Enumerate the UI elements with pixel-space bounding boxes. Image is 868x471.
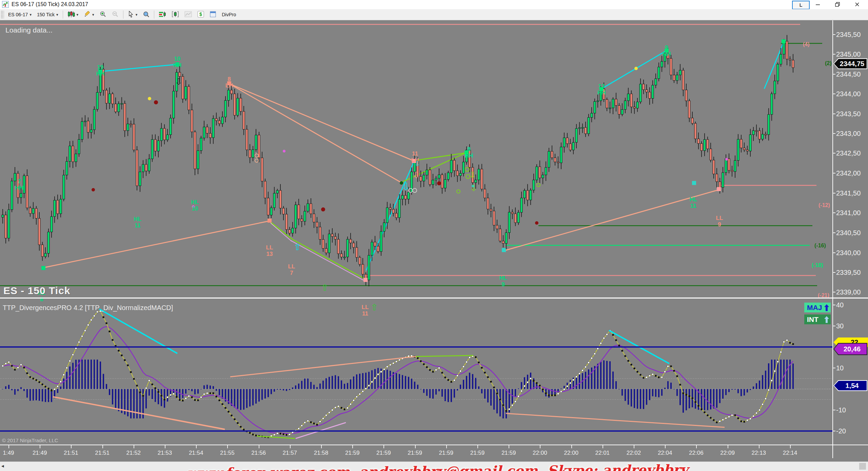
time-axis-label: 21:59	[376, 450, 391, 456]
data-box-icon[interactable]	[207, 10, 219, 19]
time-axis-label: 21:52	[126, 450, 141, 456]
chart-area[interactable]: 7 HHHL 819 HH10 HH8 LHHL 11HL 10LL 13LL …	[0, 20, 868, 471]
indicator-title: TTP_DivergencesPRO 4.2 [TTP_Div_Normaliz…	[3, 304, 173, 312]
time-tick	[102, 445, 103, 448]
time-tick	[728, 445, 728, 448]
time-axis-label: 22:00	[564, 450, 578, 456]
price-hlines	[0, 24, 822, 286]
price-axis-label: 2342,50	[836, 149, 861, 157]
price-chart-canvas[interactable]	[0, 20, 832, 300]
zoom-in-icon[interactable]	[97, 10, 109, 19]
data-box-icon	[210, 11, 216, 19]
chart-style-icon[interactable]: ▾	[65, 10, 81, 19]
axis-tick	[832, 272, 835, 273]
loading-status: Loading data...	[5, 26, 53, 34]
time-axis-label: 21:51	[64, 450, 78, 456]
time-tick	[509, 445, 509, 448]
time-axis-label: 22:04	[658, 450, 672, 456]
time-axis-label: 21:56	[251, 450, 266, 456]
badge-label: INT	[807, 315, 818, 324]
indicator-axis-label: -20	[836, 427, 846, 435]
time-axis-label: 22:13	[752, 450, 766, 456]
chevron-down-icon: ▾	[56, 13, 58, 17]
time-tick	[321, 445, 322, 448]
panel-divider[interactable]	[0, 298, 868, 299]
time-axis-label: 21:55	[220, 450, 235, 456]
zoom-out-icon[interactable]	[110, 10, 121, 19]
chevron-down-icon: ▾	[92, 13, 94, 17]
price-axis-label: 2344,50	[836, 70, 861, 78]
price-axis-label: 2339,00	[836, 288, 861, 296]
badge-label: MAJ	[807, 304, 822, 312]
last-price-tag-text: 2344,75	[834, 59, 867, 68]
zoom-in-icon	[100, 11, 106, 19]
restore-button[interactable]	[830, 0, 845, 9]
toolbar-grip[interactable]	[1, 11, 4, 19]
time-tick	[415, 445, 416, 448]
time-tick	[790, 445, 791, 448]
axis-tick	[832, 305, 835, 305]
axis-tick	[832, 34, 835, 35]
indicator-axis-label: -10	[836, 406, 846, 414]
chart-trader-icon[interactable]	[156, 10, 169, 19]
time-tick	[446, 445, 447, 448]
window-title: ES 06-17 (150 Tick) 24.03.2017	[12, 1, 88, 7]
time-axis-label: 22:14	[783, 450, 797, 456]
title-bar[interactable]: ES 06-17 (150 Tick) 24.03.2017 L	[0, 0, 868, 9]
axis-tick	[832, 368, 835, 368]
axis-tick	[832, 252, 835, 253]
toolbar: ES 06-17▾150 Tick▾▾▾▾$DivPro	[0, 9, 868, 20]
price-axis-label: 2345,00	[836, 50, 861, 58]
axis-tick	[832, 193, 835, 193]
intermediate-signal-badge: INT	[804, 314, 831, 324]
bars-settings-icon[interactable]	[169, 10, 181, 19]
instrument-selector[interactable]: ES 06-17▾	[6, 10, 34, 19]
price-axis-label: 2340,00	[836, 249, 861, 257]
time-tick	[40, 445, 40, 448]
pan-icon	[143, 11, 150, 19]
time-axis-label: 21:54	[189, 450, 203, 456]
axis-tick	[832, 410, 835, 410]
chevron-down-icon: ▾	[77, 13, 79, 17]
price-axis-label: 2344,00	[836, 90, 861, 98]
close-button[interactable]	[850, 0, 865, 9]
histogram-value-tag: 1,54	[833, 380, 867, 391]
indicator-trendlines	[53, 309, 725, 438]
account-dollar-icon[interactable]: $	[195, 10, 206, 19]
resize-grip[interactable]	[859, 463, 866, 470]
drawing-tools-icon[interactable]: ▾	[81, 10, 97, 19]
axis-tick	[832, 74, 835, 75]
restore-icon	[835, 2, 840, 7]
price-axis-label: 2341,50	[836, 189, 861, 197]
account-dollar-icon: $	[197, 11, 204, 19]
signal-value-tag: 20,46	[833, 343, 867, 355]
chevron-down-icon: ▾	[29, 13, 32, 17]
link-button[interactable]: L	[792, 1, 810, 9]
time-axis-label: 22:01	[595, 450, 610, 456]
axis-tick	[832, 173, 835, 173]
minimize-button[interactable]	[810, 0, 825, 9]
indicator-axis-label: 40	[836, 301, 844, 309]
up-arrow-icon	[824, 316, 829, 323]
price-axis-label: 2341,00	[836, 209, 861, 217]
cursor-icon[interactable]: ▾	[125, 10, 140, 19]
axis-tick	[832, 94, 835, 94]
histogram-value-tag-text: 1,54	[834, 381, 867, 390]
time-axis-label: 22:00	[533, 450, 547, 456]
scroll-left-arrow[interactable]: ◂	[1, 463, 4, 469]
time-axis-label: 22:09	[720, 450, 735, 456]
axis-tick	[832, 292, 835, 292]
pan-icon[interactable]	[140, 10, 152, 19]
axis-tick	[832, 114, 835, 114]
time-tick	[227, 445, 228, 448]
macd-line	[3, 311, 793, 437]
axis-tick	[832, 133, 835, 134]
chart-trader-icon	[159, 11, 166, 19]
mini-chart-icon	[184, 11, 192, 19]
mini-chart-icon[interactable]	[182, 10, 194, 19]
indicator-canvas[interactable]	[0, 300, 832, 445]
time-tick	[634, 445, 634, 448]
time-axis-label: 21:59	[470, 450, 485, 456]
copyright-text: © 2017 NinjaTrader, LLC	[2, 437, 58, 443]
interval-selector[interactable]: 150 Tick▾	[35, 10, 61, 19]
